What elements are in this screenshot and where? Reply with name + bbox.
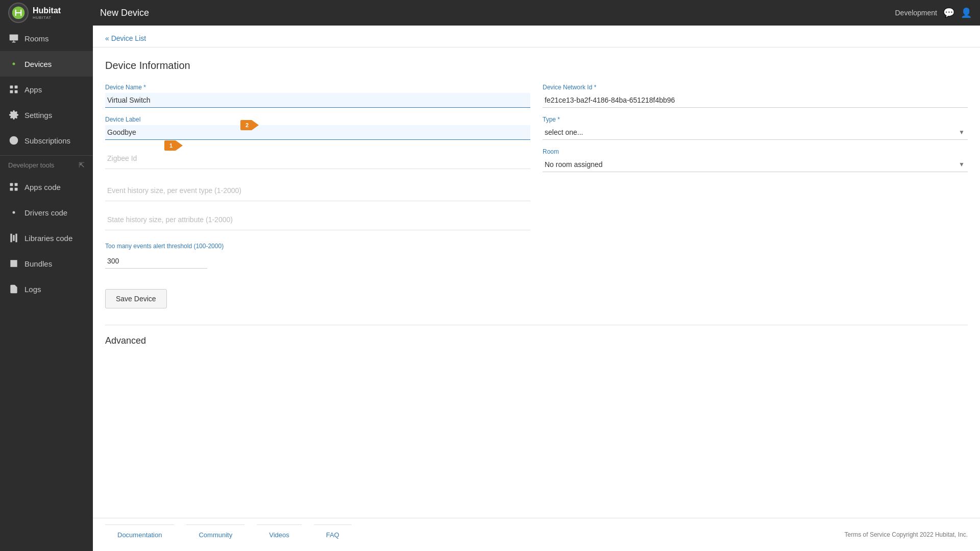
sidebar-item-subscriptions[interactable]: Subscriptions (0, 128, 93, 153)
sidebar-item-devices[interactable]: Devices (0, 51, 93, 77)
sidebar-item-logs[interactable]: Logs (0, 276, 93, 302)
type-label: Type * (543, 116, 968, 123)
annotation-arrow-1: 1 (164, 140, 183, 151)
sidebar: Rooms Devices Apps Settings Subscription… (0, 26, 93, 551)
svg-rect-5 (10, 86, 13, 89)
apps-icon (8, 84, 19, 95)
zigbee-group (105, 148, 530, 172)
sidebar-label-devices: Devices (24, 60, 52, 68)
footer-documentation[interactable]: Documentation (105, 524, 174, 545)
svg-rect-1 (10, 35, 18, 41)
annotation-arrow-2: 2 (240, 120, 259, 130)
settings-icon (8, 109, 19, 121)
advanced-title: Advanced (105, 336, 968, 346)
room-label: Room (543, 148, 968, 155)
svg-rect-16 (10, 234, 12, 243)
footer-community[interactable]: Community (186, 524, 244, 545)
sidebar-item-apps-code[interactable]: Apps code (0, 174, 93, 200)
sidebar-item-apps[interactable]: Apps (0, 77, 93, 102)
sidebar-label-rooms: Rooms (24, 34, 49, 43)
logs-icon (8, 283, 19, 295)
room-select[interactable]: No room assigned (543, 157, 968, 172)
footer-faq[interactable]: FAQ (314, 524, 352, 545)
event-history-group (105, 180, 530, 201)
sidebar-item-bundles[interactable]: Bundles (0, 251, 93, 276)
user-icon[interactable]: 👤 (961, 7, 972, 18)
libraries-code-icon (8, 232, 19, 244)
sidebar-label-apps-code: Apps code (24, 183, 61, 191)
page-title: New Device (100, 8, 895, 18)
footer: Documentation Community Videos FAQ Terms… (93, 518, 980, 551)
device-label-group: Device Label (105, 116, 530, 140)
annotation-2-label: 2 (240, 120, 252, 130)
environment-label: Development (895, 9, 938, 17)
drivers-code-icon (8, 207, 19, 218)
svg-rect-11 (10, 183, 13, 186)
rooms-icon (8, 33, 19, 44)
bundles-icon (8, 258, 19, 269)
save-device-button[interactable]: Save Device (105, 289, 167, 308)
svg-rect-8 (15, 90, 18, 93)
svg-point-4 (13, 63, 15, 65)
svg-rect-17 (13, 235, 14, 241)
sidebar-label-subscriptions: Subscriptions (24, 136, 70, 145)
sidebar-item-drivers-code[interactable]: Drivers code (0, 200, 93, 225)
expand-dev-tools-icon[interactable]: ⇱ (79, 161, 85, 169)
sidebar-item-settings[interactable]: Settings (0, 102, 93, 128)
device-name-input[interactable] (105, 93, 530, 108)
device-name-label: Device Name * (105, 84, 530, 91)
svg-rect-6 (15, 86, 18, 89)
svg-rect-13 (10, 188, 13, 191)
sidebar-label-libraries-code: Libraries code (24, 234, 72, 243)
logo: Hubitat Hubitat (8, 3, 100, 23)
main-content: « Device List Device Information 1 Devic… (93, 26, 980, 551)
threshold-input[interactable] (105, 254, 207, 269)
svg-rect-14 (15, 188, 18, 191)
apps-code-icon (8, 181, 19, 193)
sidebar-label-settings: Settings (24, 111, 52, 119)
svg-rect-12 (15, 183, 18, 186)
dev-tools-label: Developer tools (8, 161, 54, 169)
type-group: Type * select one... ▼ (543, 116, 968, 140)
room-group: Room No room assigned ▼ (543, 148, 968, 172)
form-section-title: Device Information (105, 60, 968, 71)
sidebar-item-rooms[interactable]: Rooms (0, 26, 93, 51)
svg-point-15 (13, 211, 15, 214)
sidebar-item-libraries-code[interactable]: Libraries code (0, 225, 93, 251)
sidebar-label-bundles: Bundles (24, 259, 52, 268)
state-history-group (105, 209, 530, 230)
device-network-id-input[interactable] (543, 93, 968, 108)
zigbee-input[interactable] (105, 148, 530, 169)
state-history-input[interactable] (105, 209, 530, 230)
device-network-id-label: Device Network Id * (543, 84, 968, 91)
chat-icon[interactable]: 💬 (943, 7, 954, 18)
device-label-label: Device Label (105, 116, 530, 123)
footer-videos[interactable]: Videos (257, 524, 302, 545)
subscriptions-icon (8, 135, 19, 146)
svg-rect-7 (10, 90, 13, 93)
event-history-input[interactable] (105, 180, 530, 201)
sidebar-label-apps: Apps (24, 85, 42, 94)
device-label-input[interactable] (105, 125, 530, 140)
footer-copyright: Terms of Service Copyright 2022 Hubitat,… (845, 531, 968, 538)
sidebar-label-logs: Logs (24, 285, 41, 294)
annotation-1-label: 1 (164, 140, 176, 151)
svg-rect-18 (15, 234, 17, 243)
device-name-group: Device Name * (105, 84, 530, 108)
device-network-id-group: Device Network Id * (543, 84, 968, 108)
advanced-section: Advanced (105, 325, 968, 346)
type-select[interactable]: select one... (543, 125, 968, 139)
breadcrumb-device-list[interactable]: « Device List (105, 34, 146, 42)
threshold-label: Too many events alert threshold (100-200… (105, 243, 968, 250)
sidebar-label-drivers-code: Drivers code (24, 208, 67, 217)
devices-icon (8, 58, 19, 69)
